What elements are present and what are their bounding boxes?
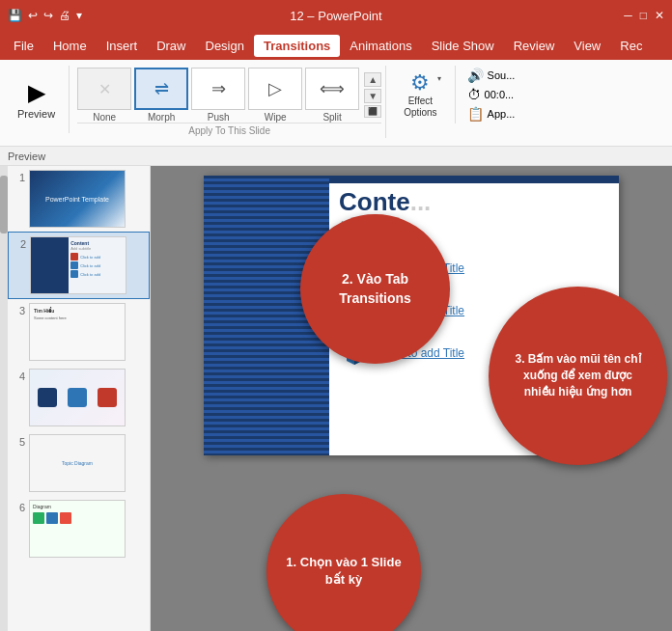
slide-item-5[interactable]: 5 Topic Diagram xyxy=(8,430,150,496)
transition-morph[interactable]: ⇌ Morph xyxy=(134,68,188,123)
section-header: Preview xyxy=(0,147,672,166)
undo-icon[interactable]: ↩ xyxy=(28,9,38,22)
save-icon[interactable]: 💾 xyxy=(8,9,22,22)
slide-num-4: 4 xyxy=(12,370,25,382)
effect-options-button[interactable]: ⚙ EffectOptions ▾ xyxy=(398,68,446,122)
close-btn[interactable]: ✕ xyxy=(655,9,664,22)
transition-none[interactable]: ✕ None xyxy=(77,68,131,123)
push-icon: ⇒ xyxy=(211,78,226,99)
title-bar-title: 12 – PowerPoint xyxy=(227,9,446,23)
title-bar-controls: 💾 ↩ ↪ 🖨 ▾ xyxy=(8,9,227,22)
transition-scroll: ▲ ▼ ⬛ xyxy=(364,72,381,118)
menu-view[interactable]: View xyxy=(564,35,610,57)
push-thumb[interactable]: ⇒ xyxy=(191,68,245,110)
preview-label: Preview xyxy=(17,108,55,120)
app-icon: 📋 xyxy=(467,106,484,122)
scroll-more-btn[interactable]: ⬛ xyxy=(364,105,381,118)
slide-thumb-1[interactable]: PowerPoint Template xyxy=(29,170,126,228)
callout-tab-transitions: 2. Vào Tab Transitions xyxy=(300,214,450,364)
menu-bar: File Home Insert Draw Design Transitions… xyxy=(0,31,672,60)
slide-item-2[interactable]: 2 Content Add subtitle Click to add Clic… xyxy=(8,232,150,299)
scroll-down-btn[interactable]: ▼ xyxy=(364,89,381,103)
transition-split[interactable]: ⟺ Split xyxy=(305,68,359,123)
customize-icon[interactable]: 🖨 xyxy=(59,9,70,22)
none-icon: ✕ xyxy=(98,80,111,98)
slide-thumb-6[interactable]: Diagram xyxy=(29,500,126,558)
push-label: Push xyxy=(208,112,230,123)
slide-item-3[interactable]: 3 Tìm Hiểu Some content here xyxy=(8,299,150,365)
slide-num-6: 6 xyxy=(12,502,25,513)
timing-group: 🔊 Sou... ⏱ 00:0... 📋 App... xyxy=(460,66,523,123)
preview-icon: ▶ xyxy=(28,79,45,106)
callout-choose-slide-text: 1. Chọn vào 1 Slide bất kỳ xyxy=(286,554,402,589)
transitions-group: ✕ None ⇌ Morph ⇒ Push ▷ xyxy=(73,66,386,138)
redo-icon[interactable]: ↪ xyxy=(43,9,53,22)
effect-options-dropdown-icon: ▾ xyxy=(437,74,441,83)
scroll-up-btn[interactable]: ▲ xyxy=(364,72,381,87)
effect-options-icon: ⚙ xyxy=(410,70,430,96)
slide-thumb-2[interactable]: Content Add subtitle Click to add Click … xyxy=(30,236,126,294)
slide-num-1: 1 xyxy=(12,172,25,183)
maximize-btn[interactable]: □ xyxy=(640,9,647,22)
slide-title: Conte... xyxy=(339,187,611,217)
menu-rec[interactable]: Rec xyxy=(610,35,652,57)
transitions-section-label: Apply To This Slide xyxy=(77,123,381,136)
slide-item-6[interactable]: 6 Diagram xyxy=(8,496,150,562)
menu-design[interactable]: Design xyxy=(196,35,254,57)
split-label: Split xyxy=(322,112,341,123)
preview-button[interactable]: ▶ Preview xyxy=(12,76,61,123)
scroll-thumb[interactable] xyxy=(0,176,8,233)
content-area: 1 PowerPoint Template 2 Content Add subt… xyxy=(0,166,672,631)
menu-file[interactable]: File xyxy=(4,35,43,57)
menu-transitions[interactable]: Transitions xyxy=(254,35,340,57)
menu-home[interactable]: Home xyxy=(43,35,97,57)
main-area: Conte... Add a s... 2 Click to add Title xyxy=(151,166,672,631)
slides-panel: 1 PowerPoint Template 2 Content Add subt… xyxy=(8,166,151,631)
menu-review[interactable]: Review xyxy=(504,35,565,57)
slide-num-2: 2 xyxy=(13,238,26,250)
slide-item-1[interactable]: 1 PowerPoint Template xyxy=(8,166,150,232)
preview-section-label: Preview xyxy=(8,151,45,162)
ribbon: ▶ Preview ✕ None ⇌ Morph xyxy=(0,60,672,147)
app-row: 📋 App... xyxy=(467,106,516,122)
menu-insert[interactable]: Insert xyxy=(97,35,148,57)
effect-options-label: EffectOptions xyxy=(404,96,436,119)
wipe-thumb[interactable]: ▷ xyxy=(248,68,302,110)
slides-scrollbar[interactable] xyxy=(0,166,8,631)
sound-row: 🔊 Sou... xyxy=(467,68,516,83)
callout-arrow-down-text: 3. Bấm vào mũi tên chỉ xuống để xem được… xyxy=(508,351,648,399)
slide-thumb-5[interactable]: Topic Diagram xyxy=(29,434,126,492)
slide-top-bar xyxy=(329,176,619,183)
duration-row: ⏱ 00:0... xyxy=(467,87,516,102)
wipe-label: Wipe xyxy=(265,112,287,123)
slide-thumb-4[interactable] xyxy=(29,369,126,426)
none-thumb[interactable]: ✕ xyxy=(77,68,131,110)
clock-icon: ⏱ xyxy=(467,87,481,102)
morph-thumb[interactable]: ⇌ xyxy=(134,68,188,110)
slide-thumb-3[interactable]: Tìm Hiểu Some content here xyxy=(29,303,126,361)
menu-animations[interactable]: Animations xyxy=(340,35,421,57)
duration-label: 00:0... xyxy=(485,89,515,100)
title-bar: 💾 ↩ ↪ 🖨 ▾ 12 – PowerPoint ─ □ ✕ xyxy=(0,0,672,31)
transition-push[interactable]: ⇒ Push xyxy=(191,68,245,123)
more-icon[interactable]: ▾ xyxy=(76,9,82,22)
menu-draw[interactable]: Draw xyxy=(147,35,195,57)
sound-label: Sou... xyxy=(488,69,516,81)
menu-slideshow[interactable]: Slide Show xyxy=(422,35,504,57)
split-thumb[interactable]: ⟺ xyxy=(305,68,359,110)
minimize-btn[interactable]: ─ xyxy=(624,9,632,22)
transition-wipe[interactable]: ▷ Wipe xyxy=(248,68,302,123)
morph-icon: ⇌ xyxy=(154,78,169,99)
slide-num-5: 5 xyxy=(12,436,25,448)
slide-item-4[interactable]: 4 xyxy=(8,365,150,430)
split-icon: ⟺ xyxy=(320,78,345,99)
callout-tab-transitions-text: 2. Vào Tab Transitions xyxy=(320,270,431,308)
transitions-items: ✕ None ⇌ Morph ⇒ Push ▷ xyxy=(77,68,381,123)
none-label: None xyxy=(93,112,116,123)
ribbon-preview-group: ▶ Preview xyxy=(8,66,70,133)
effect-options-group: ⚙ EffectOptions ▾ xyxy=(390,66,455,123)
app-label: App... xyxy=(488,108,516,120)
sound-icon: 🔊 xyxy=(467,68,484,83)
callout-arrow-down: 3. Bấm vào mũi tên chỉ xuống để xem được… xyxy=(489,287,667,465)
slide-num-3: 3 xyxy=(12,305,25,316)
